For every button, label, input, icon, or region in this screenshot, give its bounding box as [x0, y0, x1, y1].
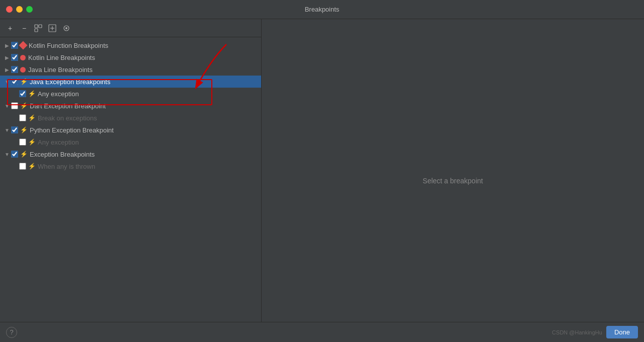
filter-button[interactable] [60, 23, 72, 34]
help-button[interactable]: ? [6, 327, 17, 338]
checkbox-java-exception[interactable] [11, 78, 18, 85]
close-button[interactable] [6, 6, 13, 13]
circle-icon-java-line [20, 67, 26, 73]
bolt-icon-dart-exception: ⚡ [20, 102, 28, 109]
main-layout: + − Kotlin Function Breakpoints [0, 19, 644, 342]
toolbar: + − [0, 19, 261, 37]
label-python-any: Any exception [38, 139, 79, 146]
tree-item-kotlin-func[interactable]: Kotlin Function Breakpoints [0, 39, 261, 51]
svg-rect-2 [35, 29, 38, 32]
label-kotlin-line: Kotlin Line Breakpoints [28, 54, 95, 61]
left-panel: + − Kotlin Function Breakpoints [0, 19, 262, 342]
bolt-icon-python-any: ⚡ [28, 139, 36, 146]
window-title: Breakpoints [305, 6, 340, 13]
select-breakpoint-label: Select a breakpoint [423, 177, 483, 185]
label-dart-break-on: Break on exceptions [38, 114, 97, 122]
bottom-bar: ? CSDN @HankingHu Done [0, 322, 644, 342]
checkbox-dart-exception[interactable] [11, 102, 18, 109]
maximize-button[interactable] [26, 6, 33, 13]
checkbox-kotlin-func[interactable] [11, 42, 18, 49]
group-button[interactable] [32, 23, 44, 34]
checkbox-python-exception[interactable] [11, 126, 18, 133]
label-java-line: Java Line Breakpoints [28, 66, 93, 74]
remove-button[interactable]: − [18, 23, 30, 34]
checkbox-python-any[interactable] [19, 139, 26, 146]
expand-arrow-exception-bp[interactable] [3, 150, 11, 158]
svg-rect-1 [39, 25, 42, 28]
expand-arrow-python-exception[interactable] [3, 126, 11, 134]
tree-item-exception-bp[interactable]: ⚡ Exception Breakpoints [0, 148, 261, 160]
label-exception-when-thrown: When any is thrown [38, 163, 95, 170]
tree-item-kotlin-line[interactable]: Kotlin Line Breakpoints [0, 51, 261, 63]
expand-arrow-kotlin-func[interactable] [3, 41, 11, 49]
circle-icon-kotlin-line [20, 55, 26, 60]
bolt-icon-python-exception: ⚡ [20, 126, 28, 133]
expand-button[interactable] [46, 23, 58, 34]
expand-arrow-java-exception[interactable] [3, 78, 11, 86]
tree-item-exception-when-thrown[interactable]: ⚡ When any is thrown [0, 160, 261, 172]
tree-item-java-exception[interactable]: ⚡ Java Exception Breakpoints [0, 76, 261, 88]
bolt-icon-exception-when-thrown: ⚡ [28, 163, 36, 170]
minimize-button[interactable] [16, 6, 23, 13]
expand-arrow-kotlin-line[interactable] [3, 53, 11, 61]
checkbox-kotlin-line[interactable] [11, 54, 18, 61]
checkbox-java-exception-any[interactable] [19, 90, 26, 97]
watermark: CSDN @HankingHu [552, 329, 602, 335]
expand-arrow-dart-exception[interactable] [3, 102, 11, 110]
add-button[interactable]: + [4, 23, 16, 34]
label-exception-bp: Exception Breakpoints [30, 151, 95, 158]
expand-arrow-java-line[interactable] [3, 65, 11, 74]
bolt-icon-java-exception-any: ⚡ [28, 90, 36, 97]
tree-item-python-any[interactable]: ⚡ Any exception [0, 136, 261, 148]
checkbox-exception-bp[interactable] [11, 151, 18, 158]
titlebar: Breakpoints [0, 0, 644, 19]
diamond-icon-kotlin-func [19, 41, 28, 50]
label-java-exception: Java Exception Breakpoints [30, 78, 110, 86]
tree-item-python-exception[interactable]: ⚡ Python Exception Breakpoint [0, 124, 261, 136]
bolt-icon-dart-break-on: ⚡ [28, 114, 36, 121]
bolt-icon-exception-bp: ⚡ [20, 151, 28, 158]
checkbox-dart-break-on[interactable] [19, 114, 26, 121]
svg-point-7 [65, 27, 67, 29]
tree-item-dart-break-on[interactable]: ⚡ Break on exceptions [0, 112, 261, 124]
window-controls [6, 6, 33, 13]
svg-rect-0 [35, 25, 38, 28]
label-java-exception-any: Any exception [38, 90, 79, 98]
checkbox-exception-when-thrown[interactable] [19, 163, 26, 170]
bolt-icon-java-exception: ⚡ [20, 78, 28, 85]
done-button[interactable]: Done [606, 326, 638, 338]
tree-item-dart-exception[interactable]: ⚡ Dart Exception Breakpoint [0, 100, 261, 112]
label-python-exception: Python Exception Breakpoint [30, 126, 114, 134]
label-dart-exception: Dart Exception Breakpoint [30, 102, 106, 110]
checkbox-java-line[interactable] [11, 66, 18, 73]
tree-item-java-exception-any[interactable]: ⚡ Any exception [0, 88, 261, 100]
tree-item-java-line[interactable]: Java Line Breakpoints [0, 63, 261, 76]
label-kotlin-func: Kotlin Function Breakpoints [29, 42, 108, 49]
right-buttons: CSDN @HankingHu Done [552, 326, 638, 338]
breakpoints-tree: Kotlin Function Breakpoints Kotlin Line … [0, 37, 261, 342]
right-panel: Select a breakpoint [262, 19, 644, 342]
